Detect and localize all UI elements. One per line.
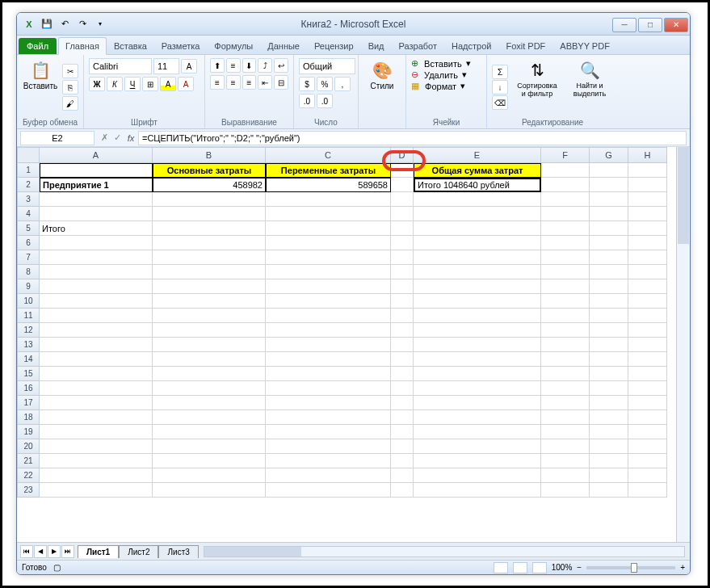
cell[interactable]	[590, 309, 628, 323]
fill-icon[interactable]: ↓	[492, 80, 508, 94]
cell[interactable]	[590, 410, 628, 425]
cell[interactable]	[590, 323, 628, 338]
cell[interactable]: 589658	[266, 178, 391, 192]
cell[interactable]	[628, 178, 667, 192]
bold-icon[interactable]: Ж	[89, 77, 105, 91]
cell[interactable]	[414, 352, 541, 367]
cell[interactable]	[590, 178, 628, 192]
cell[interactable]	[628, 294, 667, 309]
tab-review[interactable]: Рецензир	[307, 37, 361, 54]
orientation-icon[interactable]: ⤴	[258, 58, 272, 73]
row-header-13[interactable]: 13	[17, 338, 40, 352]
merge-icon[interactable]: ⊟	[274, 75, 288, 90]
cell[interactable]	[391, 309, 414, 323]
cell[interactable]	[628, 207, 667, 221]
cell[interactable]	[391, 468, 414, 483]
cell[interactable]	[628, 367, 667, 381]
tab-nav-prev-icon[interactable]: ◀	[34, 545, 47, 558]
cell[interactable]	[40, 367, 153, 381]
cell[interactable]: Итого 1048640 рублей	[414, 178, 541, 192]
fill-color-icon[interactable]: A	[160, 77, 176, 91]
cell[interactable]	[391, 265, 414, 279]
row-header-22[interactable]: 22	[17, 468, 40, 483]
cell[interactable]	[266, 367, 391, 381]
cell[interactable]	[590, 294, 628, 309]
cell[interactable]	[590, 381, 628, 396]
cell[interactable]	[628, 221, 667, 236]
cell[interactable]	[628, 352, 667, 367]
cell[interactable]	[391, 454, 414, 468]
col-header-H[interactable]: H	[628, 147, 667, 163]
cell[interactable]	[40, 396, 153, 410]
col-header-C[interactable]: C	[266, 147, 391, 163]
cell[interactable]	[541, 192, 590, 207]
cell[interactable]	[266, 323, 391, 338]
cell[interactable]	[541, 309, 590, 323]
grow-font-icon[interactable]: A	[181, 59, 197, 74]
cell[interactable]	[414, 221, 541, 236]
cell[interactable]	[391, 250, 414, 265]
col-header-F[interactable]: F	[541, 147, 590, 163]
cell[interactable]	[590, 483, 628, 498]
row-header-3[interactable]: 3	[17, 192, 40, 207]
cell[interactable]	[153, 338, 266, 352]
cell[interactable]	[414, 279, 541, 294]
cell[interactable]	[391, 483, 414, 498]
cell[interactable]	[590, 250, 628, 265]
cell[interactable]	[541, 410, 590, 425]
styles-button[interactable]: 🎨 Стили	[363, 58, 401, 125]
cell[interactable]	[414, 236, 541, 250]
cell[interactable]	[391, 221, 414, 236]
cut-icon[interactable]: ✂	[62, 64, 78, 78]
cell[interactable]	[414, 367, 541, 381]
tab-data[interactable]: Данные	[260, 37, 307, 54]
cell[interactable]	[266, 468, 391, 483]
zoom-out-icon[interactable]: −	[577, 563, 582, 572]
minimize-button[interactable]: ─	[612, 18, 636, 32]
font-size-select[interactable]: 11	[153, 58, 179, 74]
underline-icon[interactable]: Ч	[124, 77, 141, 91]
align-top-icon[interactable]: ⬆	[210, 58, 225, 73]
cell[interactable]	[414, 454, 541, 468]
percent-icon[interactable]: %	[317, 77, 333, 91]
cell[interactable]	[414, 381, 541, 396]
cell[interactable]	[40, 352, 153, 367]
sheet-tab-1[interactable]: Лист1	[78, 545, 119, 558]
cell[interactable]	[541, 323, 590, 338]
cell[interactable]	[391, 381, 414, 396]
cell[interactable]	[266, 483, 391, 498]
cell[interactable]	[266, 221, 391, 236]
sort-filter-button[interactable]: ⇅ Сортировка и фильтр	[511, 58, 563, 116]
row-header-2[interactable]: 2	[17, 178, 40, 192]
cell[interactable]	[414, 294, 541, 309]
cell[interactable]	[40, 454, 153, 468]
cell[interactable]	[414, 338, 541, 352]
macro-record-icon[interactable]: ▢	[53, 563, 61, 572]
cell[interactable]	[391, 192, 414, 207]
cell[interactable]	[40, 483, 153, 498]
row-header-16[interactable]: 16	[17, 381, 40, 396]
cell[interactable]: Основные затраты	[153, 163, 266, 178]
cell[interactable]	[628, 265, 667, 279]
tab-developer[interactable]: Разработ	[392, 37, 444, 54]
fx-icon[interactable]: fx	[124, 133, 138, 143]
view-layout-icon[interactable]	[513, 562, 527, 573]
row-header-4[interactable]: 4	[17, 207, 40, 221]
cell[interactable]	[414, 396, 541, 410]
cell[interactable]	[391, 367, 414, 381]
row-header-7[interactable]: 7	[17, 250, 40, 265]
view-break-icon[interactable]	[532, 562, 547, 573]
tab-nav-next-icon[interactable]: ▶	[48, 545, 61, 558]
cell[interactable]	[40, 294, 153, 309]
cell[interactable]	[541, 221, 590, 236]
maximize-button[interactable]: □	[638, 18, 662, 32]
cell[interactable]	[628, 454, 667, 468]
row-header-11[interactable]: 11	[17, 309, 40, 323]
cell[interactable]	[153, 454, 266, 468]
cell[interactable]	[391, 425, 414, 439]
currency-icon[interactable]: $	[299, 77, 315, 91]
row-header-15[interactable]: 15	[17, 367, 40, 381]
sheet-tab-2[interactable]: Лист2	[119, 545, 158, 558]
row-header-10[interactable]: 10	[17, 294, 40, 309]
cell[interactable]	[40, 425, 153, 439]
